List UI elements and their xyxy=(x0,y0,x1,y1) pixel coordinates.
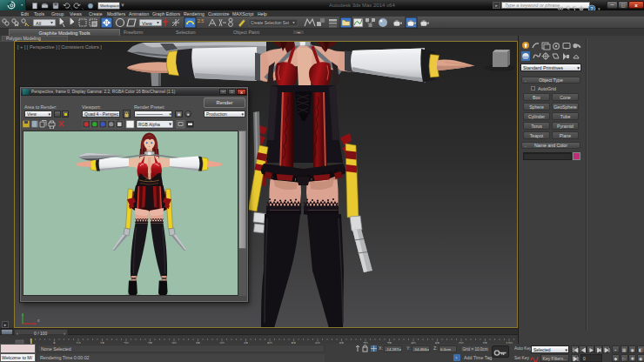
svg-text:Create Selection Set: Create Selection Set xyxy=(251,21,290,25)
svg-text:View: View xyxy=(142,21,152,26)
svg-text:RGB Alpha: RGB Alpha xyxy=(138,122,160,127)
svg-text:All: All xyxy=(36,21,41,26)
svg-text:x: x xyxy=(37,318,40,323)
svg-text:2.5: 2.5 xyxy=(198,18,204,23)
